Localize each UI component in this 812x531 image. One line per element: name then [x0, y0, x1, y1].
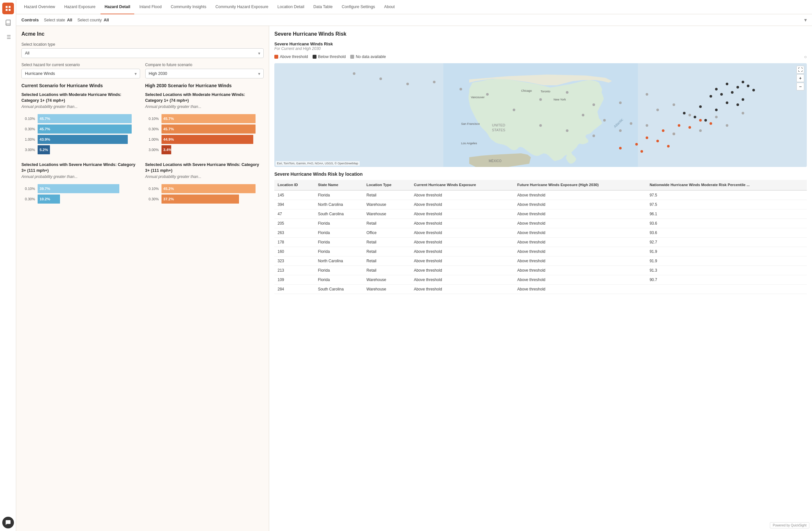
map-dot-black [726, 102, 728, 104]
cell-4: Above threshold [514, 219, 646, 228]
sidebar-icon-list[interactable] [2, 31, 14, 43]
hazard-select-wrapper: Hurricane Winds [21, 69, 140, 78]
legend-no-data-dot [350, 55, 354, 59]
map-dot-orange [656, 140, 659, 142]
table-row[interactable]: 284South CarolinaWarehouseAbove threshol… [274, 284, 807, 294]
map-dot-gray [630, 122, 632, 125]
future-section-title: High 2030 Scenario for Hurricane Winds [145, 83, 264, 88]
table-row[interactable]: 263FloridaOfficeAbove thresholdAbove thr… [274, 228, 807, 237]
svg-rect-2 [5, 9, 8, 11]
cell-3: Above threshold [410, 284, 514, 294]
cell-2: Retail [363, 265, 410, 275]
controls-expand-icon[interactable]: ▾ [804, 17, 807, 23]
chart-info-icon[interactable]: ○ [804, 54, 807, 59]
table-row[interactable]: 160FloridaRetailAbove thresholdAbove thr… [274, 247, 807, 256]
sidebar-icon-grid[interactable] [2, 3, 14, 14]
tab-about[interactable]: About [380, 0, 399, 14]
select-state-value[interactable]: All [67, 18, 72, 23]
location-type-group: Select location type All [21, 42, 264, 58]
hazard-select-group: Select hazard for current scenario Hurri… [21, 62, 140, 78]
legend-above-dot [274, 55, 278, 59]
bar-label: 0.30% [145, 197, 159, 201]
table-row[interactable]: 394North CarolinaWarehouseAbove threshol… [274, 200, 807, 209]
map-dot-orange [667, 145, 670, 147]
table-title: Severe Hurricane Winds Risk by location [274, 172, 807, 177]
map-zoom-in-button[interactable]: + [796, 74, 804, 82]
cell-3: Above threshold [410, 200, 514, 209]
table-row[interactable]: 109FloridaWarehouseAbove thresholdAbove … [274, 275, 807, 284]
map-dot-gray [742, 112, 744, 115]
table-row[interactable]: 145FloridaRetailAbove thresholdAbove thr… [274, 190, 807, 200]
select-state-label: Select state [44, 18, 65, 23]
cell-2: Warehouse [363, 209, 410, 219]
legend-no-data: No data available [350, 55, 386, 59]
future-moderate-chart: 0.10%45.7%0.30%45.7%1.00%44.9%3.00%3.4% [145, 114, 264, 154]
cell-0: 394 [274, 200, 315, 209]
select-county-label: Select county [77, 18, 102, 23]
cell-4: Above threshold [514, 284, 646, 294]
table-row[interactable]: 47South CarolinaWarehouseAbove threshold… [274, 209, 807, 219]
quicksight-badge: Powered by QuickSight [770, 522, 809, 528]
tab-inland-flood[interactable]: Inland Flood [135, 0, 166, 14]
cell-5: 93.6 [646, 228, 807, 237]
cell-2: Retail [363, 190, 410, 200]
table-row[interactable]: 213FloridaRetailAbove thresholdAbove thr… [274, 265, 807, 275]
sidebar-icon-book[interactable] [2, 17, 14, 29]
table-row[interactable]: 178FloridaRetailAbove thresholdAbove thr… [274, 237, 807, 247]
tab-community-insights[interactable]: Community Insights [167, 0, 210, 14]
legend-below-label: Below threshold [318, 55, 346, 59]
tab-configure-settings[interactable]: Configure Settings [338, 0, 379, 14]
cell-2: Retail [363, 219, 410, 228]
cell-3: Above threshold [410, 237, 514, 247]
compare-select[interactable]: High 2030 [145, 69, 264, 78]
bar-fill: 10.2% [38, 194, 60, 204]
map-fullscreen-button[interactable]: ⛶ [796, 66, 804, 74]
map-dot-orange [662, 129, 665, 132]
cell-4: Above threshold [514, 190, 646, 200]
location-type-select[interactable]: All [21, 48, 264, 58]
cell-1: North Carolina [315, 256, 363, 265]
tab-data-table[interactable]: Data Table [309, 0, 337, 14]
cell-3: Above threshold [410, 256, 514, 265]
bar-container: 45.7% [38, 124, 140, 134]
map-zoom-out-button[interactable]: − [796, 83, 804, 90]
moderate-future-desc: Annual probability greater than... [145, 104, 264, 109]
legend-below-dot [313, 55, 317, 59]
table-row[interactable]: 323North CarolinaRetailAbove thresholdAb… [274, 256, 807, 265]
tab-community-hazard[interactable]: Community Hazard Exposure [212, 0, 272, 14]
tab-hazard-exposure[interactable]: Hazard Exposure [60, 0, 100, 14]
cell-5: 92.7 [646, 237, 807, 247]
cell-0: 47 [274, 209, 315, 219]
tab-hazard-overview[interactable]: Hazard Overview [20, 0, 59, 14]
map-dot-black [715, 108, 717, 111]
cell-5: 96.1 [646, 209, 807, 219]
hazard-select[interactable]: Hurricane Winds [21, 69, 140, 78]
map-dot-gray [603, 119, 606, 121]
map-dot-gray [460, 88, 462, 90]
bar-row: 0.30%45.7% [21, 124, 140, 134]
bar-fill: 37.2% [161, 194, 239, 204]
table-row[interactable]: 205FloridaRetailAbove thresholdAbove thr… [274, 219, 807, 228]
bar-label: 0.30% [145, 127, 159, 131]
legend-no-data-label: No data available [356, 55, 386, 59]
sidebar-icon-chat[interactable] [2, 517, 14, 528]
cell-2: Warehouse [363, 284, 410, 294]
tab-hazard-detail[interactable]: Hazard Detail [101, 0, 134, 14]
cell-3: Above threshold [410, 209, 514, 219]
col-location-type: Location Type [363, 180, 410, 190]
cell-3: Above threshold [410, 228, 514, 237]
select-county-value[interactable]: All [104, 18, 109, 23]
map-dot-gray [539, 124, 542, 127]
map-dot-black [683, 112, 685, 115]
col-percentile: Nationwide Hurricane Winds Moderate Risk… [646, 180, 807, 190]
cell-0: 160 [274, 247, 315, 256]
tab-location-detail[interactable]: Location Detail [274, 0, 308, 14]
sidebar [0, 0, 16, 531]
map-dot-gray [619, 102, 622, 104]
cell-5: 97.5 [646, 190, 807, 200]
bar-container: 39.7% [38, 184, 140, 193]
cell-4: Above threshold [514, 228, 646, 237]
cell-1: Florida [315, 247, 363, 256]
map-dot-gray [699, 129, 702, 132]
cell-2: Retail [363, 247, 410, 256]
